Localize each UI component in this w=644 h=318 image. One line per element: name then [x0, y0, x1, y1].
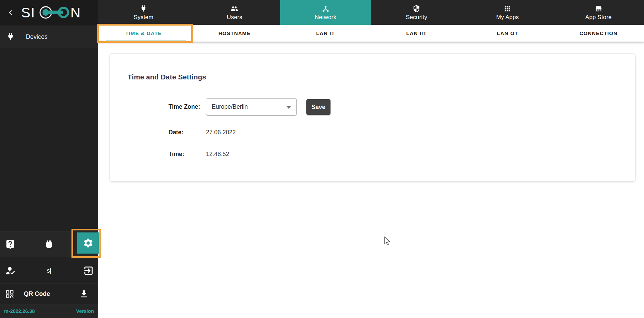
shield-icon [413, 5, 420, 13]
nav-item-label: Users [227, 14, 242, 21]
save-button[interactable]: Save [306, 99, 331, 115]
plug-icon [6, 32, 15, 41]
timezone-label: Time Zone: [168, 103, 200, 110]
tab-connection[interactable]: CONNECTION [553, 25, 644, 42]
top-navigation: System Users Network Security My Apps Ap… [98, 0, 644, 25]
nav-item-network[interactable]: Network [280, 0, 371, 25]
nav-item-users[interactable]: Users [189, 0, 280, 25]
date-label: Date: [168, 129, 183, 136]
nav-item-label: Security [406, 14, 427, 21]
sidebar-user-row: sj [0, 258, 98, 283]
network-subtabs: TIME & DATE HOSTNAME LAN IT LAN IIT LAN … [98, 25, 644, 42]
tab-lan-it[interactable]: LAN IT [280, 25, 371, 42]
users-icon [230, 5, 238, 13]
sidebar-item-devices[interactable]: Devices [0, 26, 98, 48]
sicon-logo: SI N [21, 5, 83, 20]
collapse-sidebar-button[interactable] [3, 5, 18, 20]
storefront-icon [595, 5, 602, 13]
tab-label: LAN OT [497, 30, 518, 36]
usb-device-button[interactable] [43, 239, 55, 250]
nav-item-label: App Store [585, 14, 612, 21]
download-icon[interactable] [79, 289, 89, 299]
svg-text:SI: SI [21, 5, 35, 20]
help-icon [5, 239, 15, 249]
tab-lan-ot[interactable]: LAN OT [462, 25, 553, 42]
time-value: 12:48:52 [206, 151, 229, 158]
chevron-left-icon [6, 8, 15, 17]
nav-item-label: My Apps [496, 14, 519, 21]
time-date-settings-card: Time and Date Settings Time Zone: Europe… [110, 54, 635, 182]
version-value: m-2022.26.38 [4, 308, 35, 314]
panel-title: Time and Date Settings [128, 73, 206, 81]
tab-label: LAN IIT [406, 30, 427, 36]
usb-connector-icon [44, 239, 54, 249]
date-value: 27.06.2022 [206, 129, 236, 136]
logout-icon[interactable] [83, 265, 94, 276]
main-content: Time and Date Settings Time Zone: Europe… [98, 42, 644, 318]
apps-grid-icon [503, 5, 511, 13]
chevron-down-icon [286, 106, 291, 109]
sidebar-header: SI N [0, 0, 98, 25]
network-hub-icon [322, 5, 329, 13]
tab-label: CONNECTION [579, 30, 617, 36]
nav-item-label: Network [315, 14, 336, 21]
tab-label: HOSTNAME [219, 30, 251, 36]
tab-lan-iit[interactable]: LAN IIT [371, 25, 462, 42]
gear-icon [83, 238, 94, 248]
sidebar-item-label: Devices [26, 33, 48, 41]
nav-item-security[interactable]: Security [371, 0, 462, 25]
nav-item-system[interactable]: System [98, 0, 189, 25]
mouse-cursor [384, 237, 391, 247]
tab-time-date[interactable]: TIME & DATE [98, 25, 189, 42]
nav-item-label: System [134, 14, 154, 21]
nav-item-app-store[interactable]: App Store [553, 0, 644, 25]
tab-label: TIME & DATE [125, 30, 162, 36]
svg-text:N: N [70, 5, 80, 20]
time-label: Time: [168, 151, 184, 158]
qr-code-icon [5, 289, 15, 299]
timezone-selected-value: Europe/Berlin [212, 103, 248, 110]
settings-button[interactable] [77, 232, 99, 254]
sidebar: SI N Devices sj [0, 0, 98, 318]
sidebar-qr-row[interactable]: QR Code [0, 284, 98, 304]
version-bar: m-2022.26.38 Version [0, 304, 98, 318]
qr-code-label: QR Code [24, 290, 50, 298]
tab-label: LAN IT [316, 30, 335, 36]
tab-hostname[interactable]: HOSTNAME [189, 25, 280, 42]
timezone-select[interactable]: Europe/Berlin [206, 98, 297, 116]
help-button[interactable] [4, 239, 16, 250]
plug-icon [140, 5, 147, 13]
nav-item-my-apps[interactable]: My Apps [462, 0, 553, 25]
version-label: Version [76, 308, 94, 314]
